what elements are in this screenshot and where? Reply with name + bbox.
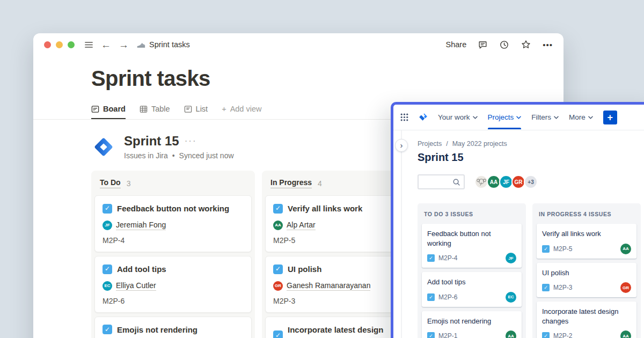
issue-key[interactable]: M2P-1 bbox=[438, 332, 457, 338]
task-checkbox-icon bbox=[103, 264, 112, 274]
favorite-star-icon[interactable] bbox=[521, 39, 531, 50]
column-title[interactable]: In Progress bbox=[270, 178, 312, 188]
column-count: 4 bbox=[318, 179, 322, 188]
forward-icon[interactable]: → bbox=[119, 40, 129, 50]
jira-card[interactable]: Feedback button not working M2P-4JF bbox=[422, 224, 522, 268]
tab-board[interactable]: Board bbox=[91, 105, 126, 119]
issue-key[interactable]: M2P-5 bbox=[553, 245, 572, 253]
jira-top-nav: Your work Projects Filters More + bbox=[393, 105, 644, 130]
task-type-icon bbox=[542, 332, 550, 338]
nav-filters[interactable]: Filters bbox=[531, 113, 559, 121]
task-type-icon bbox=[542, 284, 550, 291]
tab-table[interactable]: Table bbox=[140, 105, 170, 119]
avatar: GR bbox=[620, 282, 631, 293]
breadcrumb-board[interactable]: May 2022 projects bbox=[452, 140, 507, 148]
avatar: AA bbox=[273, 221, 283, 230]
add-view-button[interactable]: + Add view bbox=[222, 105, 261, 119]
issue-key[interactable]: M2P-4 bbox=[438, 254, 457, 262]
list-view-icon bbox=[184, 105, 192, 113]
jira-window: Your work Projects Filters More + › Proj… bbox=[391, 102, 644, 338]
column-title[interactable]: To Do bbox=[100, 178, 121, 188]
task-type-icon bbox=[542, 245, 550, 253]
chevron-down-icon bbox=[554, 116, 559, 119]
database-title[interactable]: Sprint 15 bbox=[124, 134, 179, 149]
notion-card[interactable]: Add tool tips ECElliya Cutler M2P-6 bbox=[94, 256, 252, 313]
close-window-button[interactable] bbox=[44, 41, 51, 48]
jira-card[interactable]: Verify all links work M2P-5AA bbox=[537, 224, 636, 259]
sync-status: Synced just now bbox=[179, 151, 234, 160]
sidebar-menu-icon[interactable] bbox=[84, 40, 93, 49]
jira-card[interactable]: Emojis not rendering M2P-1AA bbox=[422, 311, 522, 338]
avatar: JF bbox=[103, 221, 112, 230]
avatar-overflow-count[interactable]: +3 bbox=[524, 175, 538, 189]
assignee-name[interactable]: Alp Artar bbox=[287, 221, 316, 230]
jira-diamond-icon bbox=[91, 135, 116, 159]
notion-card[interactable]: Emojis not rendering AAAlp Artar bbox=[94, 317, 252, 338]
more-options-icon[interactable]: ••• bbox=[543, 40, 553, 49]
create-button[interactable]: + bbox=[603, 111, 617, 124]
issue-key[interactable]: M2P-2 bbox=[553, 332, 572, 338]
jira-column-todo: TO DO 3 ISSUES Feedback button not worki… bbox=[418, 203, 526, 338]
jira-card[interactable]: UI polish M2P-3GR bbox=[537, 263, 636, 298]
avatar: AA bbox=[506, 330, 516, 338]
column-header: IN PROGRESS 4 ISSUES bbox=[537, 208, 636, 224]
updates-clock-icon[interactable] bbox=[499, 40, 509, 50]
issue-key[interactable]: M2P-6 bbox=[438, 293, 457, 301]
issue-key: M2P-6 bbox=[103, 297, 244, 305]
jira-card[interactable]: Add tool tips M2P-6EC bbox=[422, 272, 522, 307]
traffic-lights bbox=[44, 41, 75, 48]
plus-icon: + bbox=[222, 105, 226, 113]
task-checkbox-icon bbox=[103, 204, 112, 214]
task-checkbox-icon bbox=[273, 204, 283, 214]
avatar: GR bbox=[273, 281, 283, 291]
task-checkbox-icon bbox=[273, 330, 283, 338]
zoom-window-button[interactable] bbox=[68, 41, 75, 48]
assignee-name[interactable]: Jeremiah Fong bbox=[116, 221, 166, 230]
search-icon bbox=[452, 178, 460, 186]
nav-more[interactable]: More bbox=[569, 113, 593, 121]
member-avatars: AA JF GR +3 bbox=[474, 175, 538, 189]
database-more-icon[interactable]: ··· bbox=[185, 136, 197, 146]
assignee-name[interactable]: Elliya Cutler bbox=[116, 281, 156, 291]
marketing-canvas: ← → Sprint tasks Share ••• bbox=[0, 0, 644, 338]
window-breadcrumb[interactable]: Sprint tasks bbox=[136, 40, 190, 49]
comments-icon[interactable] bbox=[478, 40, 488, 50]
nav-projects[interactable]: Projects bbox=[488, 113, 522, 121]
window-title: Sprint tasks bbox=[149, 40, 190, 49]
assignee-name[interactable]: Ganesh Ramanarayanan bbox=[287, 281, 370, 291]
sneaker-emoji-icon bbox=[136, 41, 145, 49]
column-header: TO DO 3 ISSUES bbox=[422, 208, 522, 224]
issue-key: M2P-4 bbox=[103, 236, 244, 245]
chevron-down-icon bbox=[516, 116, 521, 119]
share-button[interactable]: Share bbox=[446, 40, 467, 49]
sidebar-expand-button[interactable]: › bbox=[395, 139, 408, 152]
task-type-icon bbox=[427, 293, 435, 301]
issue-key[interactable]: M2P-3 bbox=[553, 284, 572, 291]
jira-card[interactable]: Incorporate latest design changes M2P-2A… bbox=[537, 302, 636, 338]
notion-card[interactable]: Feedback button not working JFJeremiah F… bbox=[94, 195, 252, 252]
avatar: JF bbox=[506, 253, 516, 263]
search-input[interactable] bbox=[418, 174, 465, 189]
task-type-icon bbox=[427, 332, 435, 338]
page-title: Sprint tasks bbox=[91, 67, 564, 91]
app-switcher-icon[interactable] bbox=[400, 113, 408, 121]
table-view-icon bbox=[140, 105, 148, 113]
notion-titlebar: ← → Sprint tasks Share ••• bbox=[33, 33, 564, 56]
avatar: AA bbox=[620, 330, 631, 338]
task-checkbox-icon bbox=[273, 264, 283, 274]
jira-column-in-progress: IN PROGRESS 4 ISSUES Verify all links wo… bbox=[532, 203, 641, 338]
jira-logo-icon[interactable] bbox=[419, 113, 428, 122]
back-icon[interactable]: ← bbox=[101, 40, 111, 50]
notion-column-todo: To Do 3 Feedback button not working JFJe… bbox=[91, 171, 255, 338]
minimize-window-button[interactable] bbox=[56, 41, 63, 48]
nav-your-work[interactable]: Your work bbox=[438, 113, 478, 121]
avatar: AA bbox=[620, 244, 631, 254]
board-title: Sprint 15 bbox=[418, 151, 644, 164]
breadcrumb-projects[interactable]: Projects bbox=[418, 140, 442, 148]
breadcrumb-separator: / bbox=[446, 140, 448, 148]
avatar: EC bbox=[103, 281, 112, 291]
sidebar-divider bbox=[401, 130, 402, 338]
database-source-label: Issues in Jira bbox=[124, 151, 168, 160]
tab-list[interactable]: List bbox=[184, 105, 208, 119]
board-view-icon bbox=[91, 105, 99, 113]
